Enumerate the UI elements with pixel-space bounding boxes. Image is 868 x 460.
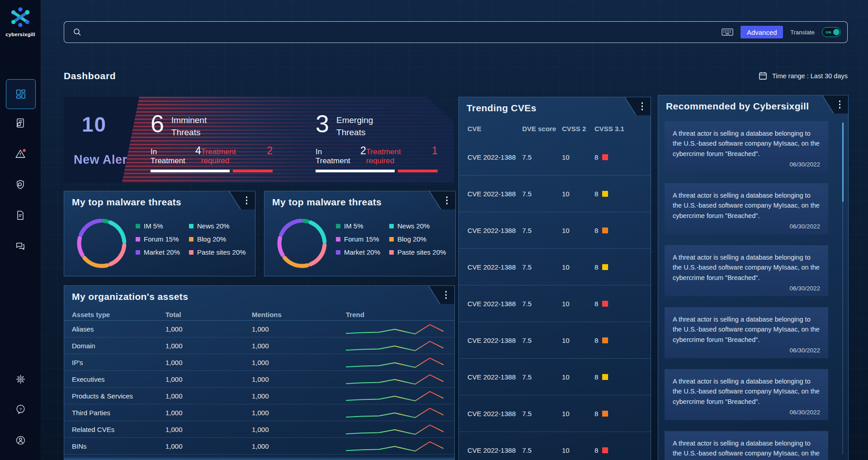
- cve-table-row[interactable]: CVE 2022-1388 7.5 10 8: [459, 285, 651, 322]
- recommendation-date: 06/30/2022: [789, 285, 820, 292]
- legend-swatch: [389, 224, 394, 228]
- severity-square: [602, 337, 608, 343]
- asset-table-row: Executives 1,000 1,000: [64, 371, 454, 388]
- sidebar-item-intel-search[interactable]: [14, 116, 27, 130]
- translate-toggle[interactable]: ON: [822, 27, 841, 37]
- sidebar-item-alerts[interactable]: [14, 147, 27, 161]
- cvss31-score: 8: [594, 337, 598, 344]
- in-treatment-label: In Treatment: [316, 147, 356, 166]
- cve-table-row[interactable]: CVE 2022-1388 7.5 10 8: [459, 248, 651, 285]
- cvss2-score: 10: [562, 263, 594, 271]
- asset-total: 1,000: [165, 426, 252, 433]
- svg-text:?: ?: [19, 406, 22, 411]
- treatment-progress-bar: [316, 170, 438, 172]
- card-menu-button[interactable]: [642, 102, 643, 110]
- recommendation-item[interactable]: A threat actor is selling a database bel…: [665, 431, 828, 460]
- legend-label: Forum 15%: [144, 235, 179, 243]
- sidebar-item-threat-monitoring[interactable]: [14, 178, 27, 191]
- legend-item: Paste sites 20%: [389, 248, 446, 256]
- shield-search-icon: [14, 179, 26, 190]
- legend-label: Paste sites 20%: [397, 248, 446, 256]
- cvss31-score: 8: [594, 373, 598, 381]
- card-menu-button[interactable]: [839, 100, 841, 109]
- dve-score: 7.5: [522, 153, 562, 161]
- donut-legend: IM 5%News 20%Forum 15%Blog 20%Market 20%…: [136, 222, 246, 256]
- time-range-control[interactable]: Time range : Last 30 days: [758, 71, 848, 81]
- brand-name: cybersixgill: [0, 32, 41, 37]
- asset-mentions: 1,000: [252, 375, 346, 383]
- recommendation-item[interactable]: A threat actor is selling a database bel…: [665, 121, 828, 172]
- cvss31-score: 8: [594, 410, 598, 417]
- cve-id: CVE 2022-1388: [467, 410, 522, 417]
- column-header: Trend: [346, 311, 446, 318]
- sidebar-item-reports[interactable]: [14, 209, 27, 222]
- column-header: CVSS 2: [562, 125, 594, 133]
- cve-id: CVE 2022-1388: [467, 227, 522, 234]
- cve-table-row[interactable]: CVE 2022-1388 7.5 10 8: [459, 395, 651, 432]
- threat-label-line1: Emerging: [336, 114, 373, 127]
- card-title: Trending CVEs: [467, 103, 537, 114]
- asset-trend-sparkline: [346, 339, 446, 352]
- legend-swatch: [189, 237, 193, 242]
- asset-mentions: 1,000: [252, 442, 346, 450]
- legend-swatch: [336, 237, 340, 242]
- recommended-card: Recommended by Cybersixgill A threat act…: [658, 95, 849, 460]
- legend-label: News 20%: [397, 222, 430, 230]
- asterisk-network-logo-icon: [9, 5, 32, 29]
- trending-cves-card: Trending CVEs CVE DVE score CVSS 2 CVSS …: [458, 97, 651, 460]
- cve-table-row[interactable]: CVE 2022-1388 7.5 10 8: [459, 175, 651, 212]
- toggle-state-label: ON: [826, 30, 831, 34]
- malware-donut-chart: [75, 217, 128, 270]
- legend-item: Blog 20%: [189, 235, 246, 243]
- treatment-required-bar: [233, 170, 273, 172]
- search-input[interactable]: [82, 28, 722, 36]
- cve-table-body: CVE 2022-1388 7.5 10 8 CVE 2022-1388 7.5…: [459, 139, 651, 460]
- cvss2-score: 10: [562, 190, 594, 198]
- sidebar-item-dashboard[interactable]: [6, 79, 36, 109]
- card-menu-button[interactable]: [446, 196, 448, 204]
- recommendation-item[interactable]: A threat actor is selling a database bel…: [665, 245, 828, 296]
- severity-square: [602, 374, 608, 380]
- cve-table-row[interactable]: CVE 2022-1388 7.5 10 8: [459, 358, 651, 395]
- gear-icon: [15, 374, 26, 385]
- legend-swatch: [189, 250, 193, 255]
- treatment-progress-bar: [151, 170, 273, 172]
- asset-mentions: 1,000: [252, 409, 346, 417]
- sidebar-item-help[interactable]: ?: [14, 402, 27, 416]
- threat-label-line2: Threats: [171, 127, 207, 139]
- recommendation-item[interactable]: A threat actor is selling a database bel…: [665, 307, 828, 358]
- cve-table-row[interactable]: CVE 2022-1388 7.5 10 8: [459, 432, 651, 460]
- asset-mentions: 1,000: [252, 359, 346, 366]
- in-treatment-value: 4: [195, 145, 201, 157]
- asset-type: Related CVEs: [72, 426, 165, 433]
- sidebar-item-account[interactable]: [14, 433, 27, 447]
- recommendation-item[interactable]: A threat actor is selling a database bel…: [665, 183, 828, 234]
- brand-logo[interactable]: cybersixgill: [0, 5, 41, 37]
- advanced-search-button[interactable]: Advanced: [741, 26, 783, 38]
- asset-trend-sparkline: [346, 322, 446, 335]
- scrollbar-thumb[interactable]: [842, 123, 844, 202]
- recommendation-item[interactable]: A threat actor is selling a database bel…: [665, 369, 828, 420]
- cve-table-row[interactable]: CVE 2022-1388 7.5 10 8: [459, 322, 651, 358]
- sidebar-item-messages[interactable]: [14, 239, 27, 253]
- legend-label: Paste sites 20%: [197, 248, 246, 256]
- card-menu-button[interactable]: [445, 291, 447, 299]
- recommendation-text: A threat actor is selling a database bel…: [673, 314, 820, 345]
- legend-item: Forum 15%: [336, 235, 383, 243]
- legend-swatch: [336, 224, 340, 228]
- cve-table-row[interactable]: CVE 2022-1388 7.5 10 8: [459, 212, 651, 248]
- keyboard-icon[interactable]: [722, 28, 733, 36]
- card-menu-button[interactable]: [246, 196, 248, 204]
- card-corner-notch: [215, 191, 255, 209]
- sidebar-item-settings[interactable]: [14, 372, 27, 386]
- treatment-required-label: Treatment required: [201, 147, 263, 166]
- legend-label: Forum 15%: [344, 235, 379, 243]
- recommendation-text: A threat actor is selling a database bel…: [673, 128, 820, 159]
- cve-table-row[interactable]: CVE 2022-1388 7.5 10 8: [459, 139, 651, 175]
- legend-item: Blog 20%: [389, 235, 446, 243]
- report-document-icon: [14, 209, 26, 221]
- asset-table-row: Related CVEs 1,000 1,000: [64, 421, 454, 438]
- legend-label: IM 5%: [144, 222, 163, 230]
- treatment-required-value: 2: [267, 145, 273, 157]
- card-title: Recommended by Cybersixgill: [666, 101, 809, 112]
